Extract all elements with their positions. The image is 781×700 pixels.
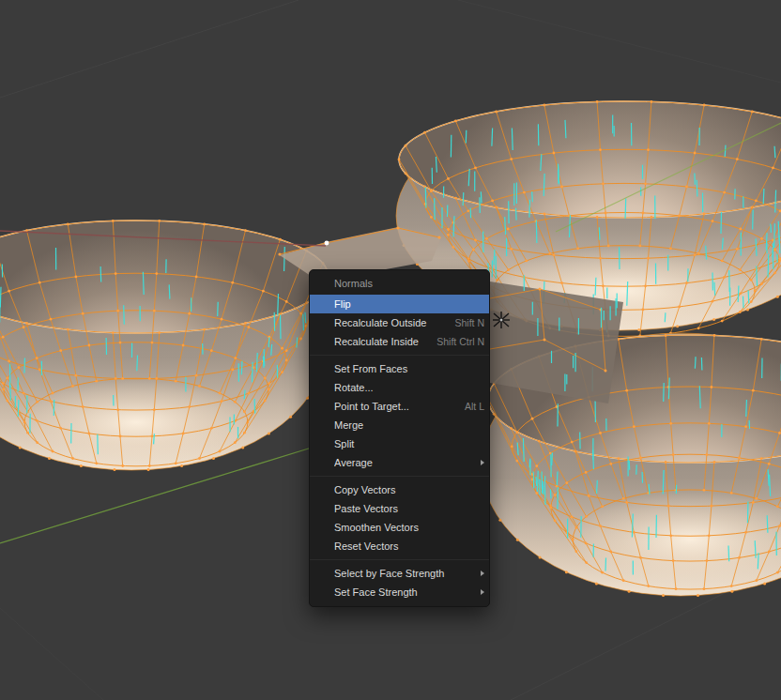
submenu-arrow-icon xyxy=(481,460,484,465)
menu-item-label: Merge xyxy=(334,419,484,431)
menu-item-flip[interactable]: Flip xyxy=(310,295,489,313)
menu-item-merge[interactable]: Merge xyxy=(310,416,489,434)
menu-title: Normals xyxy=(310,270,489,295)
menu-item-label: Copy Vectors xyxy=(334,484,484,495)
menu-item-label: Recalculate Inside xyxy=(334,336,429,347)
menu-item-rotate[interactable]: Rotate... xyxy=(310,378,489,397)
menu-item-recalculate-inside[interactable]: Recalculate InsideShift Ctrl N xyxy=(310,332,489,351)
menu-item-smoothen-vectors[interactable]: Smoothen Vectors xyxy=(310,518,489,537)
pivot-marker xyxy=(493,312,510,328)
menu-item-label: Rotate... xyxy=(334,382,484,393)
menu-item-label: Set From Faces xyxy=(334,363,484,374)
menu-separator xyxy=(310,559,489,560)
normals-context-menu: Normals FlipRecalculate OutsideShift NRe… xyxy=(309,269,490,607)
menu-item-label: Split xyxy=(334,438,484,449)
menu-item-recalculate-outside[interactable]: Recalculate OutsideShift N xyxy=(310,313,489,332)
mesh-bowl xyxy=(0,220,329,471)
submenu-arrow-icon xyxy=(481,571,484,576)
menu-item-shortcut: Shift N xyxy=(454,317,484,328)
menu-item-label: Recalculate Outside xyxy=(334,317,447,328)
3d-viewport[interactable]: Normals FlipRecalculate OutsideShift NRe… xyxy=(0,0,781,700)
menu-item-point-to-target[interactable]: Point to Target...Alt L xyxy=(310,397,489,416)
menu-item-label: Set Face Strength xyxy=(334,586,473,598)
menu-item-average[interactable]: Average xyxy=(310,453,489,472)
menu-item-copy-vectors[interactable]: Copy Vectors xyxy=(310,480,489,499)
active-vertex xyxy=(325,241,329,246)
menu-item-set-from-faces[interactable]: Set From Faces xyxy=(310,359,489,378)
menu-item-list: FlipRecalculate OutsideShift NRecalculat… xyxy=(310,295,489,601)
menu-item-label: Point to Target... xyxy=(334,401,457,412)
submenu-arrow-icon xyxy=(481,589,484,595)
menu-item-select-by-face-strength[interactable]: Select by Face Strength xyxy=(310,564,489,583)
menu-separator xyxy=(310,476,489,477)
menu-item-label: Flip xyxy=(334,298,484,310)
menu-item-label: Paste Vectors xyxy=(334,503,484,514)
menu-item-label: Smoothen Vectors xyxy=(334,522,484,533)
menu-item-label: Select by Face Strength xyxy=(334,568,473,579)
menu-item-label: Reset Vectors xyxy=(334,540,484,552)
menu-item-reset-vectors[interactable]: Reset Vectors xyxy=(310,537,489,555)
menu-item-paste-vectors[interactable]: Paste Vectors xyxy=(310,499,489,518)
menu-item-set-face-strength[interactable]: Set Face Strength xyxy=(310,583,489,601)
menu-item-split[interactable]: Split xyxy=(310,434,489,453)
menu-item-label: Average xyxy=(334,457,473,468)
menu-item-shortcut: Alt L xyxy=(465,401,484,412)
menu-item-shortcut: Shift Ctrl N xyxy=(436,336,484,347)
menu-separator xyxy=(310,355,489,356)
